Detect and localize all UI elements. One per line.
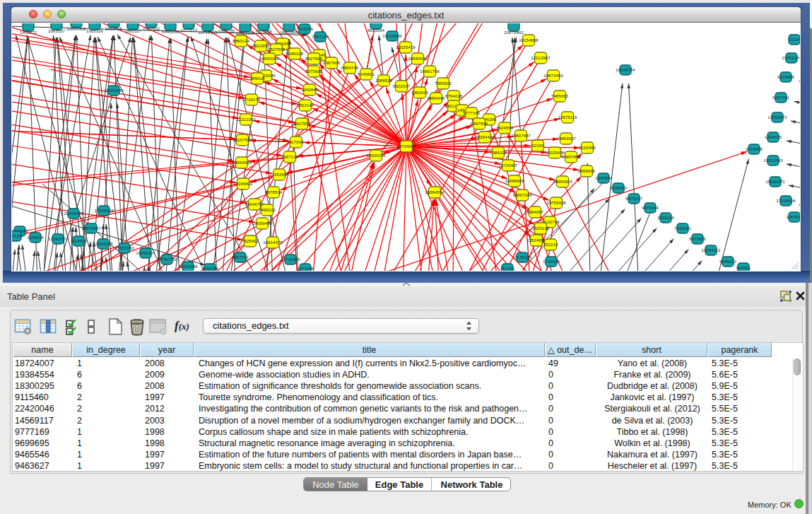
svg-text:7515535: 7515535: [255, 29, 273, 34]
svg-text:7357224: 7357224: [312, 34, 329, 39]
svg-text:9699695: 9699695: [578, 168, 596, 173]
svg-text:8938923: 8938923: [610, 185, 628, 190]
svg-text:19166822: 19166822: [233, 181, 253, 186]
svg-text:9129966: 9129966: [777, 74, 795, 79]
svg-text:12213967: 12213967: [531, 55, 551, 60]
svg-text:8471626: 8471626: [689, 236, 707, 241]
svg-text:7955822: 7955822: [435, 81, 452, 86]
svg-text:9242848: 9242848: [301, 87, 319, 92]
svg-text:17359924: 17359924: [94, 208, 114, 213]
svg-text:10671355: 10671355: [235, 30, 255, 35]
svg-text:1292346: 1292346: [201, 266, 219, 271]
svg-text:12342757: 12342757: [48, 236, 68, 241]
svg-text:1733426: 1733426: [543, 259, 560, 264]
svg-text:2935114: 2935114: [657, 215, 674, 220]
svg-text:39159: 39159: [12, 233, 22, 238]
svg-text:2091405: 2091405: [105, 26, 123, 31]
svg-text:3375685: 3375685: [305, 69, 323, 74]
svg-text:18724007: 18724007: [396, 144, 416, 148]
svg-text:151361: 151361: [500, 266, 515, 271]
svg-text:16648784: 16648784: [616, 67, 635, 72]
svg-text:9115460: 9115460: [579, 145, 596, 150]
svg-text:924501: 924501: [736, 265, 751, 270]
svg-text:9474444: 9474444: [642, 205, 659, 210]
svg-text:1362615: 1362615: [411, 90, 429, 95]
svg-text:1615132: 1615132: [532, 226, 550, 230]
svg-text:9527503: 9527503: [268, 47, 286, 52]
svg-text:7515536: 7515536: [296, 26, 314, 31]
svg-text:8427552: 8427552: [293, 121, 311, 126]
svg-text:19756928: 19756928: [546, 200, 566, 205]
svg-text:8322037: 8322037: [393, 83, 411, 88]
svg-text:10543362: 10543362: [259, 56, 279, 61]
svg-text:1527602: 1527602: [143, 26, 160, 31]
svg-text:2367608: 2367608: [323, 60, 341, 65]
svg-text:12923468: 12923468: [178, 264, 198, 269]
svg-text:20364436: 20364436: [475, 134, 495, 139]
svg-text:5498222: 5498222: [259, 207, 276, 212]
svg-text:1114519: 1114519: [70, 238, 87, 243]
svg-text:17016504: 17016504: [776, 198, 796, 203]
svg-text:15136141: 15136141: [512, 255, 532, 259]
svg-text:8186328: 8186328: [286, 51, 304, 56]
svg-text:20053346: 20053346: [104, 88, 124, 93]
svg-text:16782759: 16782759: [157, 257, 177, 262]
svg-text:20206556: 20206556: [64, 211, 83, 216]
svg-text:62160: 62160: [531, 143, 544, 148]
svg-text:3624554: 3624554: [496, 125, 514, 130]
svg-text:8990448: 8990448: [428, 95, 445, 100]
svg-text:18640910: 18640910: [408, 56, 428, 61]
svg-text:8813054: 8813054: [367, 28, 385, 33]
svg-text:10958107: 10958107: [136, 250, 155, 255]
svg-text:9457791: 9457791: [232, 255, 249, 259]
svg-text:9227341: 9227341: [772, 95, 790, 100]
svg-text:1071913: 1071913: [180, 28, 198, 33]
svg-text:2803144: 2803144: [297, 103, 314, 107]
svg-text:9146821: 9146821: [358, 71, 375, 76]
svg-text:10973493: 10973493: [543, 73, 563, 78]
svg-text:1065327: 1065327: [124, 28, 142, 33]
svg-text:1405572: 1405572: [20, 30, 37, 35]
svg-text:6497568: 6497568: [471, 121, 488, 126]
svg-text:19218986: 19218986: [382, 33, 402, 38]
svg-text:18807249: 18807249: [512, 192, 532, 197]
svg-text:8854749: 8854749: [341, 65, 359, 70]
svg-text:19384554: 19384554: [425, 189, 445, 194]
svg-text:11124: 11124: [789, 37, 800, 42]
svg-text:3215958: 3215958: [746, 146, 763, 151]
svg-text:6794028: 6794028: [445, 93, 463, 98]
svg-text:1588520: 1588520: [375, 78, 393, 83]
svg-text:9527508: 9527508: [305, 56, 323, 61]
svg-text:6479197: 6479197: [625, 196, 643, 201]
svg-text:9384067: 9384067: [526, 209, 544, 214]
svg-text:14099489: 14099489: [252, 221, 272, 226]
svg-text:19654923: 19654923: [553, 179, 572, 184]
svg-text:10654112: 10654112: [701, 247, 721, 252]
svg-text:7632621: 7632621: [674, 226, 692, 230]
svg-text:13353594: 13353594: [269, 172, 289, 177]
svg-text:10154808: 10154808: [519, 37, 539, 42]
svg-text:1371648: 1371648: [297, 266, 314, 271]
svg-text:15720407: 15720407: [498, 163, 518, 168]
svg-text:1640954: 1640954: [595, 175, 613, 180]
svg-text:6466160: 6466160: [162, 29, 180, 34]
svg-text:12975115: 12975115: [558, 115, 577, 119]
svg-text:2718176: 2718176: [243, 97, 261, 102]
svg-text:1156829: 1156829: [27, 235, 44, 240]
svg-text:9777169: 9777169: [463, 110, 481, 115]
svg-text:13716485: 13716485: [281, 257, 300, 262]
svg-text:13325419: 13325419: [396, 45, 416, 49]
svg-text:12093872: 12093872: [767, 115, 787, 119]
svg-text:10807487: 10807487: [511, 133, 531, 138]
svg-text:20691406: 20691406: [66, 26, 86, 31]
svg-text:10688609: 10688609: [505, 178, 524, 183]
svg-text:10210643: 10210643: [763, 158, 783, 163]
svg-text:1244415: 1244415: [765, 134, 782, 139]
svg-text:252214: 252214: [543, 242, 558, 247]
svg-text:19463627: 19463627: [556, 136, 576, 141]
svg-text:7485063: 7485063: [551, 93, 569, 98]
svg-text:12505135: 12505135: [93, 241, 113, 246]
svg-text:1065326: 1065326: [86, 28, 104, 33]
svg-text:17957253: 17957253: [114, 245, 134, 250]
svg-text:8678534: 8678534: [265, 189, 283, 194]
